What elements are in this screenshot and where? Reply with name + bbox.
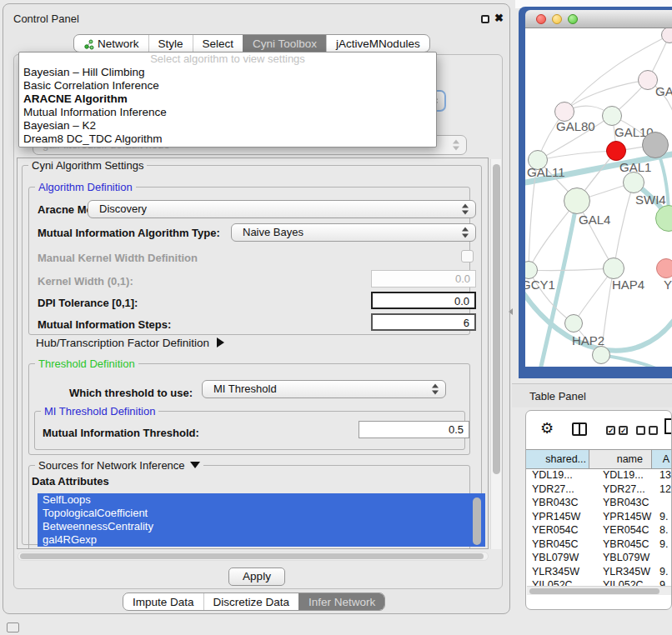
- mi-type-select[interactable]: Naive Bayes: [231, 223, 476, 242]
- node-label: Y: [664, 278, 672, 292]
- table-cell: YDR27...: [589, 483, 652, 498]
- network-node[interactable]: [592, 346, 610, 364]
- table-cell: 12: [652, 483, 672, 498]
- column-header-shared[interactable]: shared...: [526, 450, 589, 468]
- network-node-gal10[interactable]: [602, 106, 622, 126]
- zoom-window-icon[interactable]: [568, 14, 578, 24]
- network-icon: [83, 39, 94, 50]
- combo-arrows-icon: [462, 228, 469, 238]
- algorithm-option-bayesian-hill-climbing[interactable]: Bayesian – Hill Climbing: [19, 66, 436, 79]
- tab-impute-data[interactable]: Impute Data: [123, 593, 203, 610]
- column-settings-icon[interactable]: [572, 422, 587, 436]
- tab-network[interactable]: Network: [74, 35, 148, 52]
- network-node[interactable]: [642, 132, 669, 158]
- table-row[interactable]: YBL079WYBL079W: [526, 552, 672, 566]
- sources-group-title[interactable]: Sources for Network Inference: [35, 459, 203, 472]
- table-horizontal-scrollbar[interactable]: [527, 586, 672, 595]
- table-header-row: shared...nameA: [526, 449, 672, 469]
- table-row[interactable]: YER054CYER054C8.: [526, 524, 672, 538]
- algorithm-option-basic-correlation-inference[interactable]: Basic Correlation Inference: [19, 79, 436, 92]
- close-panel-button[interactable]: ✖: [494, 12, 504, 24]
- mi-threshold-label: Mutual Information Threshold:: [43, 427, 199, 439]
- apply-button[interactable]: Apply: [228, 568, 285, 586]
- algorithm-option-bayesian-k2[interactable]: Bayesian – K2: [19, 119, 436, 132]
- attribute-item-gal4rgexp[interactable]: gal4RGexp: [38, 533, 485, 547]
- dpi-tolerance-field[interactable]: 0.0: [371, 292, 476, 309]
- table-cell: YER054C: [526, 524, 589, 538]
- sources-title-text: Sources for Network Inference: [38, 459, 185, 472]
- column-header-a[interactable]: A: [652, 450, 672, 468]
- network-node-gal1[interactable]: [606, 141, 626, 161]
- mi-steps-label: Mutual Information Steps:: [38, 318, 171, 331]
- settings-scroll-viewport: Cyni Algorithm Settings Algorithm Defini…: [17, 158, 489, 549]
- network-canvas[interactable]: GALGAL80GAL10GAL1GAL11GAL4SWI4GCY1HAP4YH…: [525, 28, 672, 367]
- which-threshold-select[interactable]: MI Threshold: [202, 380, 446, 398]
- network-window-titlebar[interactable]: [525, 10, 672, 28]
- algorithm-dropdown-list: Select algorithm to view settings Bayesi…: [18, 52, 437, 148]
- panel-collapse-arrow-icon[interactable]: [509, 308, 513, 315]
- table-row[interactable]: YDR27...YDR27...12: [526, 483, 672, 498]
- table-cell: YDL19...: [526, 469, 589, 483]
- network-node-hap4[interactable]: [603, 258, 624, 279]
- manual-kernel-checkbox[interactable]: [461, 250, 474, 262]
- tab-select[interactable]: Select: [193, 35, 243, 52]
- settings-vertical-scrollbar[interactable]: [490, 159, 501, 549]
- network-node-hap2[interactable]: [564, 314, 583, 332]
- column-header-name[interactable]: name: [589, 450, 652, 468]
- table-cell: 8.: [652, 524, 672, 538]
- aracne-mode-value: Discovery: [99, 201, 147, 218]
- gear-icon[interactable]: ⚙: [540, 419, 554, 438]
- minimized-panel-icon[interactable]: [7, 622, 19, 632]
- node-label: GAL11: [527, 165, 565, 179]
- algorithm-option-mutual-information-inference[interactable]: Mutual Information Inference: [19, 106, 436, 119]
- select-all-columns-icon[interactable]: ✓✓: [606, 426, 628, 435]
- table-row[interactable]: YDL19...YDL19...13: [526, 469, 672, 483]
- table-cell: YBL079W: [526, 552, 589, 566]
- attribute-item-selfloops[interactable]: SelfLoops: [38, 493, 485, 507]
- minimize-window-icon[interactable]: [552, 14, 562, 24]
- which-threshold-label: Which threshold to use:: [69, 387, 193, 399]
- aracne-mode-select[interactable]: Discovery: [88, 200, 476, 218]
- table-cell: YDR27...: [526, 483, 589, 498]
- algorithm-definition-title: Algorithm Definition: [35, 181, 136, 193]
- mi-threshold-field[interactable]: 0.5: [359, 421, 469, 438]
- table-row[interactable]: YLR345WYLR345W9.: [526, 566, 672, 580]
- mi-steps-field[interactable]: 6: [371, 313, 476, 331]
- float-window-button[interactable]: [481, 15, 489, 23]
- node-label: GCY1: [525, 278, 555, 292]
- combo-arrows-icon: [462, 204, 469, 215]
- hub-definition-toggle[interactable]: Hub/Transcription Factor Definition: [36, 337, 224, 349]
- control-panel-window: Control Panel ✖ NetworkStyleSelectCyni T…: [3, 3, 510, 614]
- table-row[interactable]: YBR045CYBR045C9.: [526, 538, 672, 552]
- collapse-down-icon: [190, 462, 200, 468]
- which-threshold-value: MI Threshold: [213, 381, 277, 398]
- tab-infer-network[interactable]: Infer Network: [298, 593, 384, 610]
- export-table-icon[interactable]: [664, 418, 672, 434]
- tab-cyni-toolbox[interactable]: Cyni Toolbox: [243, 35, 326, 52]
- tab-discretize-data[interactable]: Discretize Data: [203, 593, 299, 610]
- control-panel-title: Control Panel: [13, 12, 79, 25]
- kernel-width-field[interactable]: 0.0: [371, 270, 476, 288]
- settings-horizontal-scrollbar[interactable]: [18, 552, 489, 561]
- cyni-bottom-tabbar: Impute DataDiscretize DataInfer Network: [123, 592, 385, 611]
- hub-definition-label: Hub/Transcription Factor Definition: [36, 337, 209, 349]
- table-row[interactable]: YBR043CYBR043C: [526, 497, 672, 511]
- attributes-list-scrollbar[interactable]: [473, 498, 481, 545]
- data-attributes-label: Data Attributes: [32, 475, 109, 488]
- network-view-window: GALGAL80GAL10GAL1GAL11GAL4SWI4GCY1HAP4YH…: [519, 7, 672, 378]
- network-node-y[interactable]: [656, 258, 672, 278]
- attribute-item-betweennesscentrality[interactable]: BetweennessCentrality: [38, 520, 485, 533]
- algorithm-option-aracne-algorithm[interactable]: ARACNE Algorithm: [19, 92, 436, 106]
- table-cell: [652, 497, 672, 511]
- network-node-gal4[interactable]: [564, 188, 590, 214]
- table-row[interactable]: YPR145WYPR145W9.: [526, 511, 672, 525]
- network-node-swi4[interactable]: [623, 172, 644, 193]
- deselect-all-columns-icon[interactable]: [636, 426, 658, 435]
- algorithm-dropdown-hint: Select algorithm to view settings: [19, 52, 436, 66]
- algorithm-option-dream8-dc-tdc-algorithm[interactable]: Dream8 DC_TDC Algorithm: [19, 132, 436, 146]
- tab-style[interactable]: Style: [148, 35, 193, 52]
- tab-jactivemnodules[interactable]: jActiveMNodules: [326, 35, 429, 52]
- close-window-icon[interactable]: [536, 14, 546, 24]
- table-cell: 9.: [652, 566, 672, 580]
- attribute-item-topologicalcoefficient[interactable]: TopologicalCoefficient: [38, 507, 485, 520]
